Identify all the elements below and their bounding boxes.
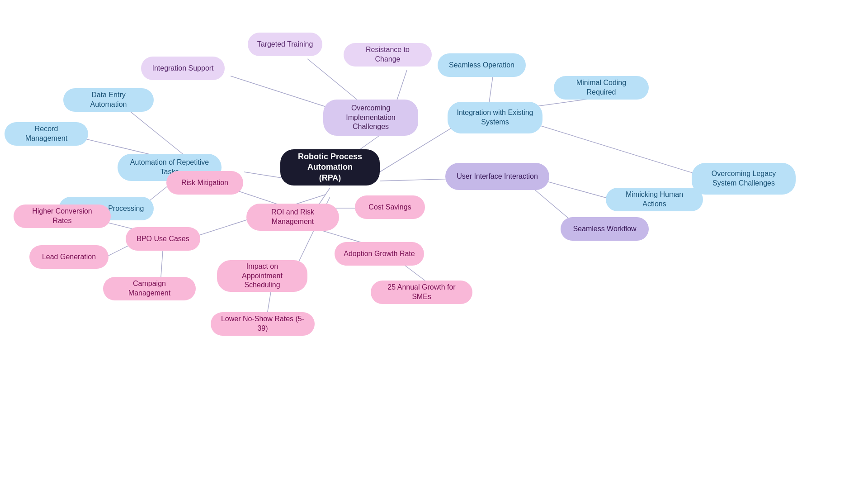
- node-record-mgmt: Record Management: [5, 122, 88, 146]
- node-minimal-coding: Minimal Coding Required: [554, 76, 649, 100]
- node-cost-savings: Cost Savings: [355, 195, 425, 219]
- node-lead-gen: Lead Generation: [29, 245, 108, 269]
- node-impact-appt: Impact on Appointment Scheduling: [217, 260, 307, 292]
- node-higher-conversion: Higher Conversion Rates: [14, 205, 111, 228]
- node-mimicking: Mimicking Human Actions: [606, 188, 703, 211]
- node-integration-existing: Integration with Existing Systems: [448, 102, 542, 133]
- node-bpo: BPO Use Cases: [126, 227, 200, 251]
- svg-line-11: [529, 122, 719, 181]
- svg-line-1: [127, 109, 185, 156]
- node-annual-growth: 25 Annual Growth for SMEs: [371, 281, 472, 304]
- node-targeted-training: Targeted Training: [248, 33, 322, 56]
- node-integration-support: Integration Support: [141, 57, 225, 80]
- node-overcoming-impl: Overcoming Implementation Challenges: [323, 100, 418, 136]
- node-risk-mitigation: Risk Mitigation: [166, 171, 243, 195]
- node-adoption-growth: Adoption Growth Rate: [335, 242, 424, 266]
- node-lower-noshow: Lower No-Show Rates (5-39): [211, 312, 315, 336]
- node-seamless-op: Seamless Operation: [438, 53, 526, 77]
- node-roi-risk: ROI and Risk Management: [246, 204, 339, 231]
- node-campaign: Campaign Management: [103, 277, 196, 300]
- node-seamless-workflow: Seamless Workflow: [561, 217, 649, 241]
- node-data-entry: Data Entry Automation: [63, 88, 154, 112]
- node-overcoming-legacy: Overcoming Legacy System Challenges: [692, 163, 796, 195]
- svg-line-12: [380, 179, 457, 181]
- center-node: Robotic Process Automation (RPA): [280, 149, 380, 186]
- node-user-interface: User Interface Interaction: [445, 163, 549, 190]
- node-resistance: Resistance to Change: [344, 43, 432, 67]
